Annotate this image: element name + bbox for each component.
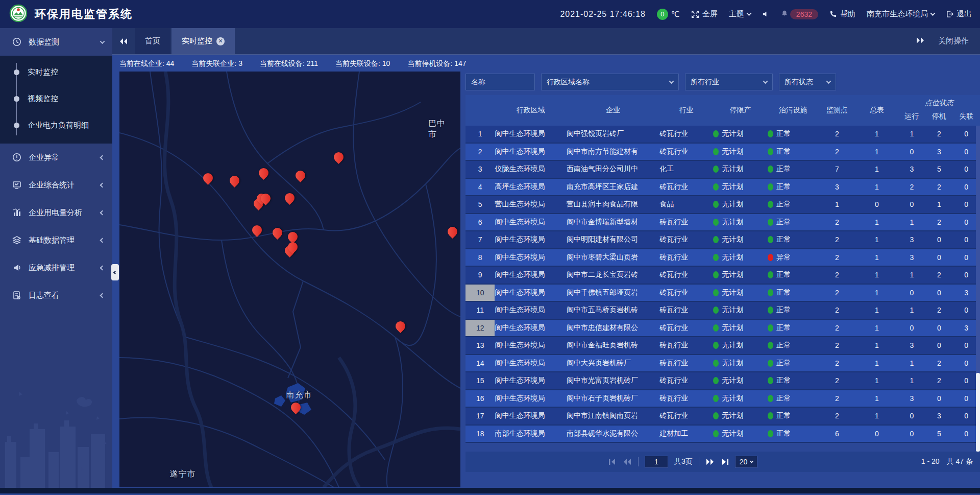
table-row[interactable]: 10阆中生态环境局阆中千佛镇五郎垭页岩砖瓦行业无计划正常21003 <box>465 285 980 302</box>
sidebar-collapse-button[interactable] <box>111 264 119 280</box>
theme-dropdown[interactable]: 主题 <box>729 9 751 19</box>
sound-button[interactable] <box>762 10 770 18</box>
sidebar: 数据监测 实时监控 视频监控 企业电力负荷明细 企业异常 <box>0 28 112 488</box>
status-dot-icon <box>768 430 773 437</box>
table-scrollbar[interactable] <box>976 126 980 452</box>
col-monitor: 监测点 <box>818 95 855 126</box>
next-page-button[interactable] <box>705 458 715 465</box>
sidebar-item-emergency-reduction[interactable]: 应急减排管理 <box>0 254 112 281</box>
tab-scroll-left-button[interactable] <box>112 28 135 54</box>
table-row[interactable]: 16阆中生态环境局阆中市石子页岩机砖厂砖瓦行业无计划正常21300 <box>465 390 980 408</box>
pagination-summary: 1 - 20 共 47 条 <box>921 457 973 466</box>
sidebar-item-enterprise-abnormal[interactable]: 企业异常 <box>0 144 112 171</box>
table-row[interactable]: 17阆中生态环境局阆中市江南镇阆南页岩砖瓦行业无计划正常21030 <box>465 408 980 426</box>
table-row[interactable]: 4高坪生态环境局南充市高坪区王家店建砖瓦行业无计划正常31220 <box>465 179 980 197</box>
notification-area[interactable]: 2632 <box>781 9 818 19</box>
bar-chart-icon <box>11 208 22 217</box>
industry-select[interactable]: 所有行业 <box>685 74 773 90</box>
sidebar-item-realtime-monitoring[interactable]: 实时监控 <box>0 59 112 85</box>
sidebar-item-basic-data[interactable]: 基础数据管理 <box>0 226 112 254</box>
sidebar-item-enterprise-statistics[interactable]: 企业综合统计 <box>0 171 112 199</box>
table-row[interactable]: 5营山生态环境局营山县润丰肉食品有限食品无计划正常10010 <box>465 196 980 214</box>
table-row[interactable]: 12阆中生态环境局阆中市忠信建材有限公砖瓦行业无计划正常21003 <box>465 320 980 338</box>
map-panel[interactable]: 巴中市南充市遂宁市 <box>119 72 460 487</box>
table-row[interactable]: 11阆中生态环境局阆中市五马桥页岩机砖砖瓦行业无计划正常21120 <box>465 302 980 320</box>
col-facility: 治污设施 <box>768 95 818 126</box>
region-select[interactable]: 行政区域名称 <box>541 74 679 90</box>
status-badge: 无计划 <box>713 164 768 174</box>
status-badge: 正常 <box>768 129 818 138</box>
logout-button[interactable]: 退出 <box>946 9 972 19</box>
table-row[interactable]: 6阆中生态环境局阆中市金博瑞新型墙材砖瓦行业无计划正常21120 <box>465 214 980 232</box>
page-number-input[interactable]: 1 <box>645 456 668 468</box>
sidebar-item-log-view[interactable]: 日志查看 <box>0 281 112 309</box>
status-dot-icon <box>713 219 719 226</box>
sidebar-item-power-load-detail[interactable]: 企业电力负荷明细 <box>0 112 112 138</box>
fullscreen-icon <box>691 10 699 18</box>
status-dot-icon <box>713 166 719 173</box>
status-badge: 正常 <box>768 218 818 227</box>
alert-circle-icon <box>11 153 22 162</box>
last-page-button[interactable] <box>721 458 729 465</box>
help-button[interactable]: 帮助 <box>829 9 855 19</box>
table-row[interactable]: 13阆中生态环境局阆中市金福旺页岩机砖砖瓦行业无计划正常21300 <box>465 337 980 355</box>
map-road-network <box>119 72 460 487</box>
range-label: 1 - 20 <box>921 457 940 466</box>
status-dot-icon <box>768 130 773 137</box>
status-select[interactable]: 所有状态 <box>779 74 836 90</box>
table-header: 行政区域 企业 行业 停限产 治污设施 监测点 总表 点位状态 运行 停机 失联 <box>465 95 980 126</box>
page-title: 环保用电监管系统 <box>35 7 133 22</box>
table-row[interactable]: 15阆中生态环境局阆中市光富页岩机砖厂砖瓦行业无计划正常21120 <box>465 372 980 390</box>
org-dropdown[interactable]: 南充市生态环境局 <box>867 9 935 19</box>
table-row[interactable]: 14阆中生态环境局阆中大兴页岩机砖厂砖瓦行业无计划正常21120 <box>465 355 980 373</box>
table-row[interactable]: 9阆中生态环境局阆中市二龙长宝页岩砖砖瓦行业无计划正常21120 <box>465 267 980 285</box>
status-dot-icon <box>713 307 719 314</box>
table-row[interactable]: 2阆中生态环境局阆中市南方节能建材有砖瓦行业无计划正常21030 <box>465 144 980 161</box>
status-dot-icon <box>768 201 773 208</box>
first-page-button[interactable] <box>608 458 617 465</box>
fullscreen-button[interactable]: 全屏 <box>691 9 718 19</box>
status-badge: 正常 <box>768 182 818 192</box>
sidebar-item-video-monitoring[interactable]: 视频监控 <box>0 85 112 112</box>
status-badge: 无计划 <box>713 305 768 315</box>
table-row[interactable]: 18南部生态环境局南部县砚华水泥有限公建材加工无计划正常60050 <box>465 426 980 443</box>
map-city-label: 南充市 <box>286 390 312 400</box>
scrollbar-thumb[interactable] <box>976 373 980 452</box>
status-badge: 正常 <box>768 376 818 385</box>
status-dot-icon <box>713 183 719 191</box>
clock-icon <box>11 37 22 46</box>
chevron-down-icon <box>826 79 831 84</box>
prev-page-button[interactable] <box>623 458 632 465</box>
stat-item: 当前失联设备: 10 <box>335 59 390 68</box>
status-badge: 异常 <box>768 253 818 262</box>
table-row[interactable]: 3仪陇生态环境局西南油气田分公司川中化工无计划正常71350 <box>465 161 980 179</box>
tab-close-icon[interactable]: ✕ <box>216 37 225 45</box>
status-badge: 正常 <box>768 359 818 368</box>
tab-home[interactable]: 首页 <box>135 28 170 54</box>
bullet-dot-icon <box>14 96 19 102</box>
tab-realtime-monitoring[interactable]: 实时监控 ✕ <box>172 28 235 54</box>
bell-icon <box>781 10 788 18</box>
sidebar-item-electricity-analysis[interactable]: 企业用电量分析 <box>0 199 112 226</box>
name-search-input[interactable]: 名称 <box>465 74 535 90</box>
table-row[interactable]: 8阆中生态环境局阆中市枣碧大梁山页岩砖瓦行业无计划异常21300 <box>465 249 980 267</box>
chevron-left-icon <box>100 238 105 243</box>
sidebar-item-data-monitoring[interactable]: 数据监测 <box>0 28 112 56</box>
bullet-dot-icon <box>14 123 19 128</box>
status-dot-icon <box>768 148 773 155</box>
status-dot-icon <box>768 395 773 402</box>
status-badge: 正常 <box>768 323 818 333</box>
status-badge: 无计划 <box>713 270 768 279</box>
top-header: 环保用电监管系统 2021-02-25 17:46:18 0 ℃ 全屏 主题 2… <box>0 0 980 28</box>
close-operations-button[interactable]: 关闭操作 <box>938 36 969 46</box>
status-badge: 无计划 <box>713 376 768 385</box>
city-skyline-decoration <box>0 381 112 488</box>
tab-scroll-right-button[interactable] <box>916 37 925 45</box>
stat-item: 当前在线企业: 44 <box>119 59 174 68</box>
page-size-select[interactable]: 20 <box>735 456 758 468</box>
table-row[interactable]: 7阆中生态环境局阆中明阳建材有限公司砖瓦行业无计划正常21300 <box>465 231 980 249</box>
col-index <box>465 95 495 126</box>
table-row[interactable]: 1阆中生态环境局阆中强锐页岩砖厂砖瓦行业无计划正常21120 <box>465 126 980 144</box>
status-badge: 无计划 <box>713 394 768 403</box>
status-dot-icon <box>713 324 719 332</box>
